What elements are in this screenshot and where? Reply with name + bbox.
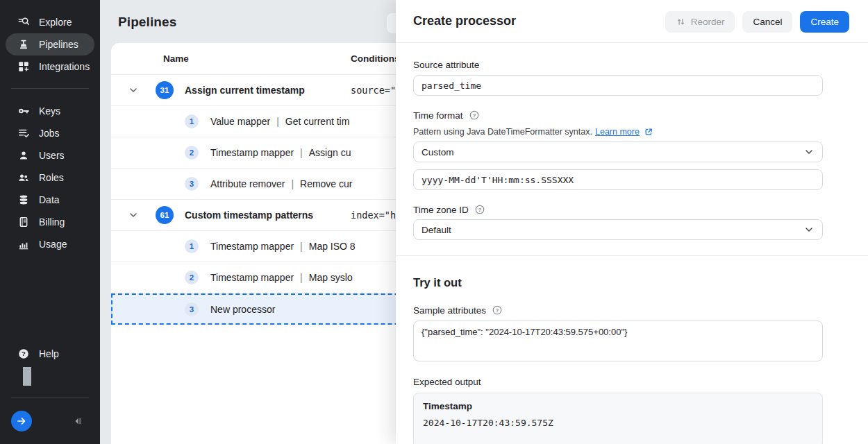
separator: | [294, 147, 309, 158]
time-zone-label: Time zone ID ? [413, 204, 485, 215]
processor-type: Value mapper [210, 116, 270, 127]
cursor-artifact [23, 367, 31, 386]
help-circle-icon[interactable]: ? [469, 110, 480, 121]
expected-output-box: Timestamp 2024-10-17T20:43:59.575Z [413, 393, 823, 444]
chevron-down-icon [803, 224, 815, 235]
explore-icon [17, 16, 30, 28]
sidebar-item-users[interactable]: Users [6, 144, 94, 166]
sample-attributes-label: Sample attributes ? [413, 305, 503, 316]
reorder-arrows-icon [676, 17, 686, 27]
column-header-name: Name [163, 53, 189, 64]
sidebar-divider [11, 88, 89, 89]
separator: | [294, 241, 309, 252]
sidebar-item-label: Jobs [39, 128, 60, 139]
sidebar-item-billing[interactable]: Billing [6, 211, 94, 233]
processor-desc: Get current tim [285, 116, 350, 127]
processor-desc: Map syslo [309, 272, 353, 283]
learn-more-link[interactable]: Learn more [595, 127, 640, 137]
sidebar-item-roles[interactable]: Roles [6, 166, 94, 189]
sidebar-item-keys[interactable]: Keys [6, 100, 94, 122]
external-link-icon [644, 127, 653, 137]
sidebar-item-data[interactable]: Data [6, 189, 94, 211]
step-number-badge: 1 [185, 114, 199, 128]
svg-text:?: ? [478, 207, 481, 213]
page-title: Pipelines [118, 15, 176, 30]
processor-desc: Assign cu [309, 147, 351, 158]
column-header-conditions: Conditions [351, 53, 400, 64]
sidebar-item-label: Data [39, 194, 60, 205]
processor-desc: Remove cur [300, 178, 352, 189]
integrations-icon [17, 60, 30, 73]
step-number-badge: 2 [185, 271, 199, 284]
arrow-logo-icon [16, 416, 27, 427]
processor-desc: Map ISO 8 [309, 241, 356, 252]
help-circle-icon[interactable]: ? [474, 204, 485, 215]
pipeline-name: Custom timestamp patterns [185, 210, 313, 221]
processor-type: Timestamp mapper [210, 241, 294, 252]
sidebar: Explore Pipelines Integrations [0, 0, 100, 444]
sample-attributes-textarea[interactable]: {"parsed_time": "2024-10-17T20:43:59.575… [413, 321, 823, 361]
pipeline-condition: source="h [351, 85, 401, 96]
cancel-button[interactable]: Cancel [742, 11, 792, 33]
separator: | [294, 272, 309, 283]
chevron-down-icon[interactable] [128, 210, 139, 221]
reorder-button-label: Reorder [691, 17, 725, 27]
source-attribute-label: Source attribute [413, 60, 479, 70]
sidebar-item-explore[interactable]: Explore [6, 11, 94, 33]
app-root: Explore Pipelines Integrations [0, 0, 868, 444]
help-icon: ? [17, 348, 30, 360]
reorder-button[interactable]: Reorder [665, 11, 735, 33]
output-field-value: 2024-10-17T20:43:59.575Z [423, 418, 813, 428]
time-format-select[interactable]: Custom [413, 142, 823, 162]
help-circle-icon[interactable]: ? [492, 305, 503, 316]
processor-count-badge: 61 [156, 206, 174, 224]
processor-type: Timestamp mapper [210, 272, 294, 283]
time-zone-select[interactable]: Default [413, 219, 823, 240]
jobs-icon [17, 127, 30, 139]
separator: | [270, 116, 285, 127]
sidebar-item-label: Pipelines [39, 39, 78, 50]
roles-icon [17, 171, 30, 184]
source-attribute-input[interactable] [413, 75, 823, 96]
step-number-badge: 2 [185, 146, 199, 160]
svg-text:?: ? [496, 307, 499, 314]
time-format-pattern-input[interactable] [413, 169, 823, 190]
sidebar-item-integrations[interactable]: Integrations [6, 56, 94, 78]
app-logo[interactable] [11, 411, 32, 432]
sidebar-item-pipelines[interactable]: Pipelines [6, 33, 94, 56]
chevron-down-icon [803, 146, 815, 157]
time-format-helper: Pattern using Java DateTimeFormatter syn… [413, 127, 653, 137]
processor-type: Attribute remover [210, 178, 285, 189]
expected-output-label: Expected output [413, 377, 481, 387]
panel-header: Create processor Reorder Cancel Create [396, 0, 868, 43]
time-format-label: Time format ? [413, 110, 480, 121]
processor-type: New processor [210, 304, 275, 315]
step-number-badge: 3 [185, 302, 199, 316]
sidebar-item-jobs[interactable]: Jobs [6, 122, 94, 144]
step-number-badge: 1 [185, 239, 199, 253]
sidebar-item-usage[interactable]: Usage [6, 233, 94, 255]
sidebar-item-label: Integrations [39, 61, 90, 72]
processor-type: Timestamp mapper [210, 147, 294, 158]
create-button[interactable]: Create [800, 11, 849, 33]
bar-chart-icon [17, 238, 30, 250]
user-icon [17, 149, 30, 162]
sidebar-item-label: Help [39, 348, 59, 359]
processor-count-badge: 31 [156, 81, 174, 99]
sidebar-item-label: Explore [39, 17, 72, 28]
billing-icon [17, 216, 30, 228]
pipeline-name: Assign current timestamp [185, 85, 305, 96]
key-icon [17, 105, 30, 117]
svg-text:?: ? [22, 350, 26, 357]
pipelines-icon [17, 38, 30, 51]
try-it-out-heading: Try it out [413, 276, 462, 289]
output-field-name: Timestamp [423, 401, 813, 411]
sidebar-item-label: Users [39, 150, 65, 161]
sidebar-item-label: Keys [39, 105, 60, 117]
step-number-badge: 3 [185, 177, 199, 191]
database-icon [17, 194, 30, 206]
sidebar-item-help[interactable]: ? Help [6, 343, 94, 365]
chevron-down-icon[interactable] [128, 85, 139, 96]
collapse-sidebar-icon[interactable] [72, 415, 85, 427]
create-processor-panel: Create processor Reorder Cancel Create S… [396, 0, 868, 444]
